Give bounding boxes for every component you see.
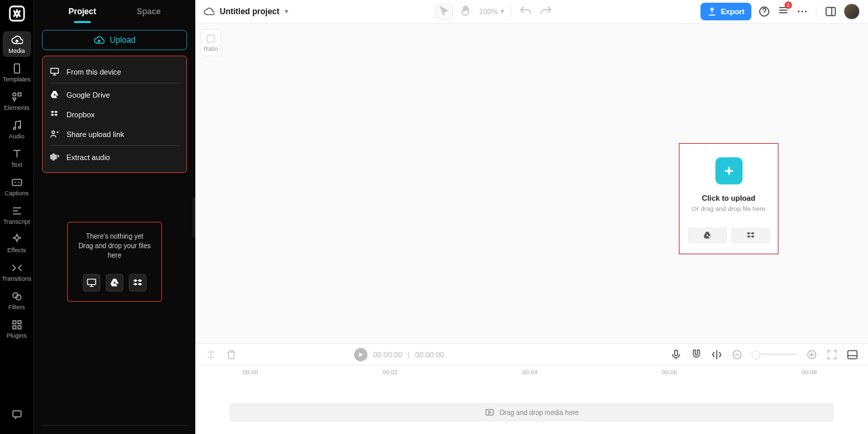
captions-icon [11,176,23,189]
zoom-slider[interactable] [751,353,797,355]
project-title[interactable]: Untitled project ▾ [203,6,288,17]
main-area: Untitled project ▾ 100%▾ | Export 1 | [195,0,868,434]
chat-icon [11,408,23,420]
empty-upload-device[interactable] [83,274,100,292]
avatar[interactable] [844,3,860,20]
cloud-icon [203,6,214,17]
fit-icon[interactable] [826,349,838,361]
undo-button[interactable] [518,4,533,19]
drop-media-track[interactable]: Drag and drop media here [229,403,834,422]
rail-captions[interactable]: Captions [3,174,31,199]
rail-label: Transcript [3,218,31,225]
tab-space[interactable]: Space [137,7,161,23]
menu-from-device[interactable]: From this device [50,62,180,81]
cloud-upload-icon [11,34,23,46]
left-rail: Media Templates Elements Audio Text Capt… [0,0,34,434]
marker-icon[interactable] [711,349,723,361]
empty-upload-gdrive[interactable] [106,274,123,292]
panel-toggle-icon[interactable] [825,5,837,18]
hand-icon [458,4,473,19]
svg-point-4 [13,127,15,130]
google-drive-icon [50,90,60,100]
rail-text[interactable]: Text [3,145,31,171]
tab-project[interactable]: Project [68,7,96,23]
zoom-level[interactable]: 100%▾ [479,7,504,16]
redo-icon [538,4,553,19]
hand-tool[interactable] [458,4,473,19]
rail-label: Plugins [7,332,27,339]
rail-transcript[interactable]: Transcript [3,202,31,228]
empty-text-2: Drag and drop your files here [73,241,156,260]
card-dropbox-button[interactable] [731,227,770,243]
undo-icon [518,4,533,19]
rail-label: Effects [7,247,26,254]
play-button[interactable] [354,348,368,361]
rail-templates[interactable]: Templates [3,60,31,85]
rail-label: Audio [9,133,24,140]
notifications-button[interactable]: 1 [777,4,789,19]
rail-label: Media [8,47,25,54]
mic-icon[interactable] [670,349,682,361]
menu-dropbox[interactable]: Dropbox [50,104,180,124]
transitions-icon [11,262,23,274]
svg-rect-0 [9,7,24,21]
rail-media[interactable]: Media [3,31,31,57]
play-icon [357,351,364,358]
media-panel: Project Space Upload From this device Go… [34,0,195,434]
rail-label: Elements [4,104,30,111]
svg-rect-30 [486,410,493,415]
help-icon[interactable] [758,5,770,18]
empty-upload-dropbox[interactable] [129,274,146,292]
svg-rect-26 [675,350,678,355]
audio-icon [11,119,23,132]
svg-rect-17 [53,154,54,160]
filters-icon [11,290,23,302]
menu-label: From this device [66,68,121,76]
rail-plugins[interactable]: Plugins [3,316,31,342]
zoom-out-icon[interactable] [731,349,743,361]
redo-button[interactable] [538,4,553,19]
magnet-icon[interactable] [690,349,703,361]
preview-canvas[interactable]: Ratio Click to upload Or drag and drop f… [195,23,868,343]
ratio-button[interactable]: Ratio [201,29,221,56]
rail-label: Transitions [2,275,32,282]
menu-extract-audio[interactable]: Extract audio [50,147,180,167]
notification-badge: 1 [785,1,792,9]
svg-point-21 [797,10,799,12]
divider [50,145,180,146]
rail-label: Text [11,161,22,168]
upload-button[interactable]: Upload [42,30,187,50]
templates-icon [11,62,23,75]
split-icon[interactable] [205,349,217,361]
layout-icon[interactable] [846,349,859,361]
rail-feedback[interactable] [3,401,31,427]
timeline-ruler[interactable]: 00:00 00:02 00:04 00:06 00:08 [195,365,868,380]
rail-elements[interactable]: Elements [3,88,31,114]
svg-rect-6 [12,180,22,186]
timeline-tracks[interactable]: Drag and drop media here [195,380,868,434]
tick: 00:02 [382,369,398,376]
rail-label: Templates [3,76,31,83]
ratio-icon [205,33,216,44]
dropbox-icon [746,231,755,240]
rail-filters[interactable]: Filters [3,288,31,313]
rail-transitions[interactable]: Transitions [3,259,31,285]
chevron-down-icon: ▾ [285,7,288,15]
dropbox-icon [50,109,60,119]
menu-share-link[interactable]: Share upload link [50,124,180,144]
card-gdrive-button[interactable] [688,227,727,243]
app-logo[interactable] [7,4,26,23]
upload-title: Click to upload [702,194,755,202]
upload-plus-button[interactable] [715,157,743,184]
menu-google-drive[interactable]: Google Drive [50,85,180,104]
rail-effects[interactable]: Effects [3,231,31,256]
more-icon[interactable] [796,5,808,18]
side-tabs: Project Space [42,0,187,23]
tick: 00:04 [522,369,538,376]
cursor-tool[interactable] [435,3,453,20]
zoom-in-icon[interactable] [806,349,818,361]
trash-icon[interactable] [225,349,237,361]
rail-audio[interactable]: Audio [3,117,31,142]
export-button[interactable]: Export [701,3,751,20]
empty-text-1: There's nothing yet [73,232,156,241]
